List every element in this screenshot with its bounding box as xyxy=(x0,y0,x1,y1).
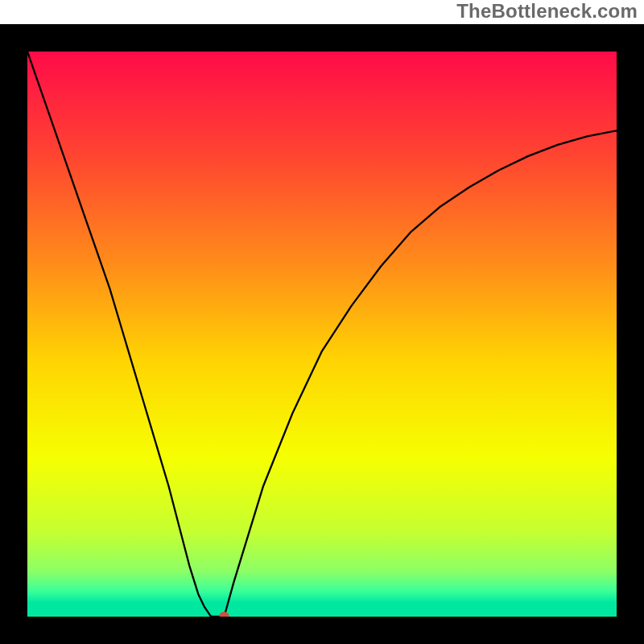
green-band xyxy=(27,605,617,617)
chart-stage: TheBottleneck.com xyxy=(0,0,644,644)
watermark-text: TheBottleneck.com xyxy=(456,0,638,23)
gradient-background xyxy=(27,52,617,617)
bottleneck-chart xyxy=(0,0,644,644)
